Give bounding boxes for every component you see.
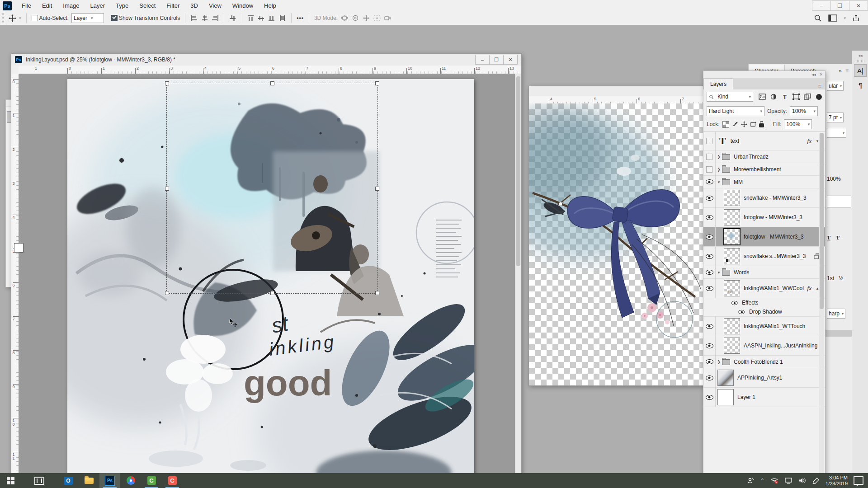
visibility-toggle[interactable] bbox=[706, 286, 713, 291]
collapse-panel-icon[interactable]: ◂◂ bbox=[811, 72, 816, 77]
effects-label[interactable]: Effects bbox=[742, 300, 758, 306]
layer-thumbnail[interactable] bbox=[717, 370, 734, 386]
visibility-toggle[interactable] bbox=[731, 300, 737, 305]
layer-row[interactable]: ~ AASPN_Inkling...JustAnInkling bbox=[703, 336, 825, 356]
menu-edit[interactable]: Edit bbox=[37, 0, 57, 11]
auto-select-target-dropdown[interactable]: Layer ▾ bbox=[71, 13, 104, 23]
layer-row-text[interactable]: T text fx▾ bbox=[703, 132, 825, 150]
visibility-toggle[interactable] bbox=[706, 138, 712, 144]
taskbar-camtasia-recorder[interactable]: C bbox=[162, 473, 183, 488]
layer-thumbnail[interactable] bbox=[724, 190, 740, 206]
layer-name[interactable]: snowflake - MMWinter3_3 bbox=[744, 195, 807, 201]
lock-position-icon[interactable] bbox=[741, 121, 747, 127]
document-tab-2[interactable] bbox=[529, 86, 704, 97]
start-button[interactable] bbox=[0, 473, 21, 488]
layer-row[interactable]: snowflake s...MWinter3_3 bbox=[703, 247, 825, 266]
task-view-button[interactable] bbox=[29, 473, 50, 488]
lock-pixels-icon[interactable] bbox=[732, 121, 738, 127]
network-offline-icon[interactable] bbox=[770, 477, 778, 484]
action-center-icon[interactable] bbox=[854, 476, 863, 485]
layer-row[interactable]: snowflake - MMWinter3_3 bbox=[703, 188, 825, 208]
menu-layer[interactable]: Layer bbox=[85, 0, 111, 11]
visibility-toggle[interactable] bbox=[706, 196, 713, 201]
menu-select[interactable]: Select bbox=[134, 0, 161, 11]
workspace-switcher-icon[interactable] bbox=[828, 14, 837, 22]
visibility-toggle[interactable] bbox=[706, 179, 713, 184]
auto-select-toggle[interactable]: Auto-Select: bbox=[32, 15, 69, 21]
align-horizontal-centers-button[interactable] bbox=[201, 15, 208, 22]
layer-row[interactable]: FW InklingWAMix1_WWCool fx▴ bbox=[703, 279, 825, 298]
align-bottom-edges-button[interactable] bbox=[268, 15, 276, 22]
layer-name[interactable]: Moreembellishment bbox=[734, 166, 781, 173]
layer-name[interactable]: Layer 1 bbox=[737, 394, 755, 400]
font-style-dropdown[interactable]: ular▾ bbox=[827, 81, 844, 91]
menu-filter[interactable]: Filter bbox=[161, 0, 185, 11]
app-close-button[interactable]: ✕ bbox=[849, 0, 868, 11]
panel-menu-icon[interactable]: ≡ bbox=[814, 83, 825, 89]
show-transform-checkbox[interactable] bbox=[111, 15, 118, 21]
transform-handle[interactable] bbox=[270, 81, 274, 85]
distribute-horizontal-button[interactable] bbox=[278, 15, 286, 22]
effect-label[interactable]: Drop Shadow bbox=[749, 309, 782, 315]
share-icon[interactable] bbox=[852, 14, 860, 22]
layer-name[interactable]: UrbanThreadz bbox=[734, 154, 769, 160]
menu-window[interactable]: Window bbox=[227, 0, 259, 11]
chevron-down-icon[interactable]: ▾ bbox=[844, 16, 846, 20]
people-icon[interactable] bbox=[747, 477, 755, 484]
more-options-button[interactable]: ••• bbox=[297, 15, 304, 21]
transform-handle[interactable] bbox=[375, 187, 379, 191]
expand-chevron-icon[interactable]: ❯ bbox=[716, 360, 722, 364]
taskbar-clock[interactable]: 3:04 PM 1/28/2019 bbox=[826, 475, 848, 487]
transform-handle[interactable] bbox=[375, 291, 379, 295]
vertical-scrollbar[interactable] bbox=[515, 74, 521, 486]
menu-type[interactable]: Type bbox=[110, 0, 134, 11]
tool-preset-chevron-icon[interactable]: ▾ bbox=[19, 16, 21, 20]
filter-adjustment-layers-icon[interactable] bbox=[770, 94, 777, 100]
font-size-dropdown[interactable]: 7 pt▾ bbox=[827, 113, 844, 122]
layer-thumbnail[interactable] bbox=[723, 228, 741, 245]
collapse-chevron-icon[interactable]: ▾ bbox=[716, 180, 722, 184]
underline-button[interactable]: T bbox=[827, 235, 830, 241]
expand-chevron-icon[interactable]: ❯ bbox=[716, 167, 722, 172]
kerning-dropdown[interactable]: ▾ bbox=[827, 128, 846, 138]
fx-badge[interactable]: fx bbox=[807, 285, 811, 292]
layer-row[interactable]: Layer 1 bbox=[703, 388, 825, 407]
visibility-toggle[interactable] bbox=[706, 235, 713, 239]
layer-name[interactable]: text bbox=[731, 138, 739, 144]
3d-camera-icon[interactable] bbox=[384, 14, 392, 22]
canvas-2[interactable] bbox=[529, 103, 704, 385]
search-icon[interactable] bbox=[814, 14, 822, 22]
antialias-dropdown[interactable]: harp▾ bbox=[827, 309, 845, 319]
layer-row-group[interactable]: ▾ MM bbox=[703, 176, 825, 188]
effect-row-drop-shadow[interactable]: Drop Shadow bbox=[703, 307, 825, 317]
layer-row[interactable]: fotoglow - MMWinter3_3 bbox=[703, 208, 825, 227]
app-minimize-button[interactable]: – bbox=[812, 0, 831, 11]
taskbar-chrome[interactable] bbox=[120, 473, 141, 488]
opacity-dropdown[interactable]: 100% ▾ bbox=[790, 106, 818, 116]
filter-smart-objects-icon[interactable] bbox=[804, 94, 811, 100]
collapse-dock-icon[interactable]: ◂◂ bbox=[852, 51, 868, 58]
layer-name[interactable]: InklingWAMix1_WWCool bbox=[744, 285, 804, 291]
foreground-color-swatch[interactable] bbox=[14, 243, 24, 253]
blend-mode-dropdown[interactable]: Hard Light ▾ bbox=[707, 106, 764, 116]
display-icon[interactable] bbox=[784, 477, 793, 484]
filter-toggle-icon[interactable] bbox=[816, 94, 822, 100]
doc-maximize-button[interactable]: ❐ bbox=[489, 55, 504, 65]
transform-handle[interactable] bbox=[375, 81, 379, 85]
tab-layers[interactable]: Layers bbox=[703, 78, 733, 89]
lock-transparency-icon[interactable] bbox=[722, 121, 729, 128]
app-restore-button[interactable]: ❐ bbox=[830, 0, 849, 11]
layer-row-group[interactable]: ▾ Words bbox=[703, 266, 825, 279]
layer-name[interactable]: snowflake s...MWinter3_3 bbox=[744, 253, 806, 259]
3d-roll-icon[interactable] bbox=[351, 14, 359, 22]
transform-handle[interactable] bbox=[165, 81, 169, 85]
hidden-icons-chevron[interactable]: ⌃ bbox=[760, 478, 764, 483]
layer-thumbnail[interactable]: FW bbox=[724, 280, 740, 296]
layer-name[interactable]: MM bbox=[734, 179, 743, 185]
transform-handle[interactable] bbox=[165, 187, 169, 191]
panel-expand-icon[interactable]: » bbox=[839, 68, 842, 74]
layer-name[interactable]: fotoglow - MMWinter3_3 bbox=[744, 214, 802, 221]
3d-pan-icon[interactable] bbox=[362, 14, 370, 22]
doc-close-button[interactable]: ✕ bbox=[503, 55, 518, 65]
layer-thumbnail[interactable] bbox=[724, 209, 740, 225]
